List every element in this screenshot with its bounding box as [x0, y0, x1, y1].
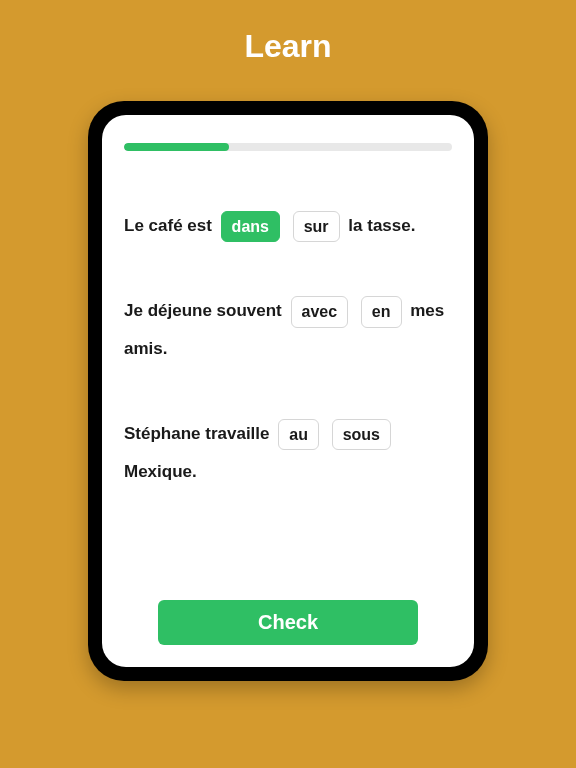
word-choice[interactable]: en [361, 296, 402, 327]
sentence-text: Stéphane travaille [124, 424, 274, 443]
tablet-frame: Le café est dans sur la tasse. Je déjeun… [88, 101, 488, 681]
word-choice[interactable]: dans [221, 211, 280, 242]
sentence-text: la tasse. [348, 216, 415, 235]
sentence-list: Le café est dans sur la tasse. Je déjeun… [124, 207, 452, 582]
word-choice[interactable]: sous [332, 419, 391, 450]
word-choice[interactable]: sur [293, 211, 340, 242]
sentence-row: Stéphane travaille au sous Mexique. [124, 415, 452, 490]
sentence-text: Le café est [124, 216, 217, 235]
check-button[interactable]: Check [158, 600, 418, 645]
page-title: Learn [244, 28, 331, 65]
progress-fill [124, 143, 229, 151]
progress-bar [124, 143, 452, 151]
sentence-text: Mexique. [124, 462, 197, 481]
sentence-row: Je déjeune souvent avec en mes amis. [124, 292, 452, 367]
word-choice[interactable]: avec [291, 296, 349, 327]
sentence-text: Je déjeune souvent [124, 301, 287, 320]
tablet-screen: Le café est dans sur la tasse. Je déjeun… [102, 115, 474, 667]
word-choice[interactable]: au [278, 419, 319, 450]
sentence-row: Le café est dans sur la tasse. [124, 207, 452, 244]
